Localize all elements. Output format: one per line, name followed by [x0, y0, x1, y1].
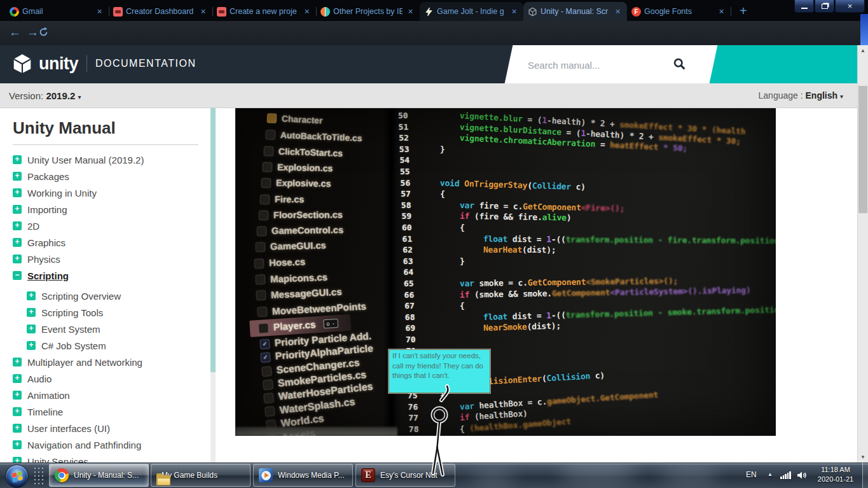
taskbar-clock[interactable]: 11:18 AM 2020-01-21	[811, 465, 860, 484]
sidebar-item-label: Scripting	[27, 270, 69, 281]
wmp-icon	[259, 468, 273, 482]
expand-icon[interactable]: +	[13, 374, 22, 383]
sidebar-item-scripting[interactable]: −Scripting	[0, 267, 209, 284]
photo-desk-edge	[235, 427, 397, 436]
expand-icon[interactable]: +	[13, 440, 22, 449]
expand-icon[interactable]: +	[27, 291, 36, 300]
sidebar-item-2d[interactable]: +2D	[0, 218, 209, 234]
line-number: 64	[403, 267, 426, 277]
sidebar-item-user-interfaces-ui-[interactable]: +User interfaces (UI)	[0, 420, 209, 436]
language-selector[interactable]: Language : English ▾	[759, 90, 843, 101]
sidebar-item-navigation-and-pathfinding[interactable]: +Navigation and Pathfinding	[0, 436, 209, 453]
expand-icon[interactable]: +	[13, 172, 22, 181]
expand-icon[interactable]: +	[27, 324, 36, 333]
sidebar-item-graphics[interactable]: +Graphics	[0, 234, 209, 251]
sidebar-item-label: Packages	[27, 171, 69, 182]
back-button[interactable]: ←	[9, 25, 21, 40]
tab-close-icon[interactable]: ×	[406, 6, 415, 17]
expand-icon[interactable]: +	[13, 254, 22, 263]
expand-icon[interactable]: +	[13, 188, 22, 197]
scroll-up-icon[interactable]: ▲	[858, 45, 868, 56]
browser-tab-google-fonts[interactable]: FGoogle Fonts×	[627, 2, 731, 21]
line-number: 59	[401, 211, 424, 221]
unity-docs-brand[interactable]: unity DOCUMENTATION	[11, 53, 196, 74]
expand-icon[interactable]: +	[27, 341, 36, 350]
sidebar-item-audio[interactable]: +Audio	[0, 370, 209, 387]
brand-divider	[86, 55, 87, 72]
hidden-icons-arrow[interactable]: ▲	[768, 471, 773, 477]
window-close-button[interactable]: ×	[835, 0, 865, 13]
reload-button[interactable]	[38, 26, 49, 41]
network-icon[interactable]	[780, 471, 791, 479]
expand-icon[interactable]: +	[13, 391, 22, 400]
browser-tab-gmail[interactable]: Gmail×	[5, 2, 109, 21]
new-tab-button[interactable]: +	[740, 4, 747, 17]
collapse-icon[interactable]: −	[13, 271, 22, 280]
scroll-thumb[interactable]	[858, 86, 867, 213]
system-tray: EN ▲ 11:18 AM 2020-01-21	[738, 463, 868, 488]
taskbar-button-esy-s-cursor-nut[interactable]: EEsy's Cursor Nut	[355, 464, 455, 487]
sidebar-item-timeline[interactable]: +Timeline	[0, 403, 209, 420]
browser-tab-game-jolt-indie-g[interactable]: Game Jolt - Indie g×	[420, 2, 523, 21]
expand-icon[interactable]: +	[13, 221, 22, 230]
expand-icon[interactable]: +	[13, 155, 22, 164]
sidebar-item-working-in-unity[interactable]: +Working in Unity	[0, 185, 209, 201]
sidebar-item-physics[interactable]: +Physics	[0, 251, 209, 267]
code-line: 62NearHeat(dist);	[235, 245, 776, 256]
sidebar-item-importing[interactable]: +Importing	[0, 201, 209, 218]
browser-tab-create-a-new-proje[interactable]: Create a new proje×	[212, 2, 316, 21]
sidebar-item-label: Scripting Tools	[41, 307, 103, 318]
code-line: 58var fire = c.GetComponent<Fire>();	[235, 200, 776, 212]
sidebar-item-unity-services[interactable]: +Unity Services	[0, 453, 209, 463]
sidebar-item-unity-user-manual-2019-2-[interactable]: +Unity User Manual (2019.2)	[0, 151, 209, 168]
sidebar-item-event-system[interactable]: +Event System	[0, 321, 209, 337]
forward-button[interactable]: →	[27, 25, 39, 40]
expand-icon[interactable]: +	[13, 407, 22, 416]
volume-icon[interactable]	[797, 471, 807, 482]
expand-icon[interactable]: +	[13, 424, 22, 433]
browser-tab-other-projects-by-ie[interactable]: Other Projects by IE×	[316, 2, 420, 21]
search-button[interactable]	[673, 57, 686, 73]
expand-icon[interactable]: +	[13, 205, 22, 214]
line-number: 67	[404, 301, 427, 310]
tab-close-icon[interactable]: ×	[302, 6, 312, 17]
expand-icon[interactable]: +	[13, 358, 22, 366]
sidebar-item-c-job-system[interactable]: +C# Job System	[0, 337, 209, 354]
window-minimize-button[interactable]	[794, 0, 814, 13]
taskbar-button-my-game-builds[interactable]: My Game Builds	[151, 464, 251, 487]
window-maximize-button[interactable]	[815, 0, 834, 13]
window-controls: ×	[794, 0, 865, 13]
start-button[interactable]	[5, 464, 29, 488]
tab-close-icon[interactable]: ×	[95, 6, 104, 17]
show-desktop-button[interactable]	[862, 463, 868, 488]
tab-close-icon[interactable]: ×	[509, 6, 519, 17]
line-number: 77	[408, 413, 431, 422]
browser-tab-unity-manual-scr[interactable]: Unity - Manual: Scr×	[523, 2, 627, 21]
sidebar-item-packages[interactable]: +Packages	[0, 168, 209, 185]
tab-close-icon[interactable]: ×	[198, 6, 208, 17]
expand-icon[interactable]: +	[13, 457, 22, 463]
expand-icon[interactable]: +	[13, 238, 22, 247]
scroll-down-icon[interactable]: ▼	[858, 452, 868, 463]
cta-background-shape	[710, 45, 868, 83]
sidebar-scroll-thumb[interactable]	[210, 108, 216, 372]
sidebar-item-scripting-tools[interactable]: +Scripting Tools	[0, 304, 209, 321]
browser-tab-bar: Gmail×Creator Dashboard×Create a new pro…	[0, 0, 868, 21]
language-indicator[interactable]: EN	[746, 470, 757, 479]
sidebar-item-animation[interactable]: +Animation	[0, 387, 209, 403]
sidebar-item-multiplayer-and-networking[interactable]: +Multiplayer and Networking	[0, 354, 209, 370]
sidebar-item-scripting-overview[interactable]: +Scripting Overview	[0, 288, 209, 304]
tab-close-icon[interactable]: ×	[613, 6, 623, 17]
browser-tab-creator-dashboard[interactable]: Creator Dashboard×	[109, 2, 212, 21]
page-scrollbar[interactable]: ▲ ▼	[857, 45, 868, 463]
taskbar-button-unity-manual-s-[interactable]: Unity - Manual: S...	[49, 464, 149, 487]
search-input[interactable]	[527, 55, 663, 74]
sidebar-scrollbar[interactable]	[210, 108, 216, 463]
expand-icon[interactable]: +	[27, 308, 36, 317]
code-line: 51vignette.blurDistance = (1-health) * 2…	[235, 122, 776, 134]
code-text: {	[460, 301, 465, 310]
code-text: NearHeat(dist);	[483, 245, 556, 254]
taskbar-button-windows-media-p-[interactable]: Windows Media P...	[253, 464, 353, 487]
tab-close-icon[interactable]: ×	[717, 6, 726, 17]
version-selector[interactable]: Version: 2019.2 ▾	[9, 90, 81, 101]
